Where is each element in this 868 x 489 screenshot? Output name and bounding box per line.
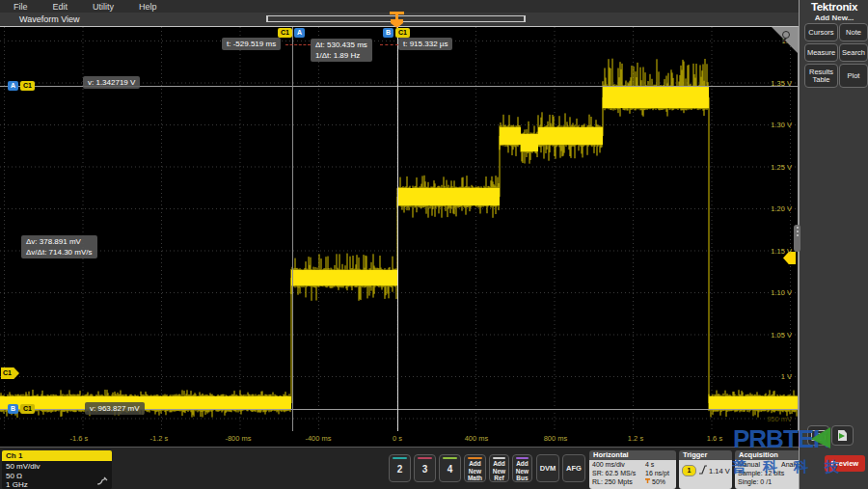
save-file-button[interactable]	[831, 425, 854, 446]
v-label-120: 1.20 V	[771, 204, 792, 213]
panel-splitter-handle[interactable]	[794, 225, 800, 252]
save-file-icon	[838, 430, 847, 441]
horizontal-panel[interactable]: Horizontal 400 ms/div 4 s SR: 62.5 MS/s …	[589, 450, 676, 489]
channel4-button[interactable]: 4	[439, 454, 461, 482]
screenshot-button[interactable]	[807, 425, 829, 446]
cursor-b-voltage-readout: v: 963.827 mV	[85, 402, 145, 415]
delta-t-value: Δt: 530.435 ms	[315, 40, 367, 50]
horizontal-panel-title: Horizontal	[589, 450, 676, 460]
tab-waveform-view[interactable]: Waveform View	[19, 13, 80, 26]
plot-button[interactable]: Plot	[839, 64, 868, 88]
v-label-105: 1.05 V	[771, 331, 792, 340]
cursor-delta-readout: Δt: 530.435 ms 1/Δt: 1.89 Hz	[311, 39, 372, 62]
add-new-bus-button[interactable]: Add New Bus	[512, 454, 532, 482]
t-label-3: -400 ms	[305, 434, 331, 443]
trigger-level-value: 1.14 V	[709, 467, 730, 475]
cursor-b-badge[interactable]: B	[383, 28, 393, 38]
horizontal-sample-rate: SR: 62.5 MS/s	[592, 470, 636, 476]
channel1-panel[interactable]: Ch 1 50 mV/div 50 Ω 1 GHz	[2, 450, 112, 489]
dvm-button[interactable]: DVM	[536, 454, 559, 482]
channel2-button[interactable]: 2	[389, 454, 411, 482]
channel1-panel-title[interactable]: Ch 1	[2, 450, 112, 461]
cursor-b-time-readout: t: 915.332 µs	[398, 38, 452, 50]
add-new-math-button[interactable]: Add New Math	[464, 454, 486, 482]
cursor-a-badge[interactable]: A	[294, 28, 305, 38]
preview-button-label: Preview	[831, 459, 858, 468]
trigger-panel[interactable]: Trigger 1 1.14 V	[679, 450, 732, 489]
add-new-ref-button[interactable]: Add New Ref	[489, 454, 509, 482]
right-panel: Tektronix Add New... Cursors Note Measur…	[799, 0, 868, 489]
cursor-b-left-badge[interactable]: B	[8, 404, 18, 414]
channel3-label: 3	[415, 464, 435, 475]
results-table-button[interactable]: Results Table	[804, 64, 838, 88]
trigger-panel-title: Trigger	[679, 450, 732, 460]
delta-v-readout: Δv: 378.891 mV Δv/Δt: 714.30 mV/s	[21, 235, 97, 258]
measure-button[interactable]: Measure	[804, 43, 838, 62]
ch4-color-stripe	[443, 457, 457, 459]
channel1-panel-body: 50 mV/div 50 Ω 1 GHz	[2, 461, 112, 489]
horizontal-resolution: 16 ns/pt	[645, 470, 669, 476]
menu-utility[interactable]: Utility	[93, 2, 114, 12]
acquisition-sample: Sample: 12 bits	[738, 470, 784, 476]
t-label-1: -1.2 s	[150, 434, 169, 443]
ch2-color-stripe	[393, 457, 407, 459]
waveform-display[interactable]: C1 A B C1 t: -529.519 ms Δt: 530.435 ms …	[0, 26, 799, 433]
bottom-bar: Ch 1 50 mV/div 50 Ω 1 GHz 2 3 4 Add New …	[0, 447, 799, 489]
add-new-bus-label: Add New Bus	[513, 460, 531, 482]
acquisition-mode: Manual	[738, 461, 760, 468]
rising-edge-icon	[698, 464, 708, 475]
v-label-110: 1.10 V	[771, 288, 792, 297]
trigger-position-icon-stem[interactable]	[395, 14, 398, 19]
trigger-pos-mini-icon	[645, 478, 650, 483]
bus-color-stripe	[516, 457, 529, 459]
splitter-dot	[797, 227, 799, 229]
channel3-button[interactable]: 3	[414, 454, 436, 482]
delta-v-dt-value: Δv/Δt: 714.30 mV/s	[26, 247, 93, 258]
note-button[interactable]: Note	[839, 23, 868, 41]
cursor-b-left-ch-badge[interactable]: C1	[20, 404, 35, 414]
channel4-label: 4	[440, 464, 460, 475]
menu-edit[interactable]: Edit	[53, 2, 68, 12]
t-label-0: -1.6 s	[70, 434, 89, 443]
cursors-button[interactable]: Cursors	[804, 23, 838, 41]
add-new-ref-label: Add New Ref	[490, 460, 508, 482]
preview-button[interactable]: Preview	[825, 455, 865, 472]
t-label-6: 800 ms	[544, 434, 568, 443]
time-axis: -1.6 s -1.2 s -800 ms -400 ms 0 s 400 ms…	[0, 431, 799, 447]
t-label-7: 1.2 s	[628, 434, 643, 443]
afg-button[interactable]: AFG	[562, 454, 585, 482]
camera-icon	[811, 430, 826, 441]
ref-color-stripe	[493, 457, 505, 459]
v-label-125: 1.25 V	[771, 163, 792, 172]
tektronix-logo: Tektronix	[800, 1, 868, 13]
horizontal-scale: 400 ms/div	[592, 461, 625, 468]
horizontal-record-length: RL: 250 Mpts	[592, 478, 633, 485]
t-label-4: 0 s	[393, 434, 402, 443]
add-new-label[interactable]: Add New...	[800, 14, 868, 22]
add-new-math-label: Add New Math	[465, 460, 485, 482]
delta-v-value: Δv: 378.891 mV	[26, 236, 93, 247]
v-label-135: 1.35 V	[771, 79, 792, 88]
cursor-a-vline[interactable]	[292, 27, 293, 432]
v-label-130: 1.30 V	[771, 121, 792, 129]
cursor-b-ch-badge[interactable]: C1	[395, 28, 410, 38]
cursor-link-dash-right	[380, 44, 398, 45]
channel2-label: 2	[390, 464, 410, 475]
math-color-stripe	[468, 457, 482, 459]
menu-file[interactable]: File	[14, 2, 28, 12]
acquisition-single: Single: 0 /1	[738, 478, 772, 485]
cursor-a-ch-badge[interactable]: C1	[278, 28, 292, 38]
t-label-2: -800 ms	[225, 434, 251, 443]
cursor-b-vline[interactable]	[397, 27, 398, 432]
menu-help[interactable]: Help	[139, 2, 157, 12]
afg-label: AFG	[566, 464, 582, 473]
dvm-label: DVM	[540, 464, 556, 473]
cursor-a-left-ch-badge[interactable]: C1	[20, 81, 35, 91]
t-label-8: 1.6 s	[707, 434, 722, 443]
horizontal-panel-body: 400 ms/div 4 s SR: 62.5 MS/s 16 ns/pt RL…	[589, 460, 676, 489]
cursor-a-left-badge[interactable]: A	[8, 81, 18, 91]
search-button[interactable]: Search	[839, 43, 868, 62]
inv-delta-t-value: 1/Δt: 1.89 Hz	[315, 50, 367, 61]
cursor-a-time-readout: t: -529.519 ms	[222, 38, 281, 50]
splitter-dot	[797, 231, 799, 232]
